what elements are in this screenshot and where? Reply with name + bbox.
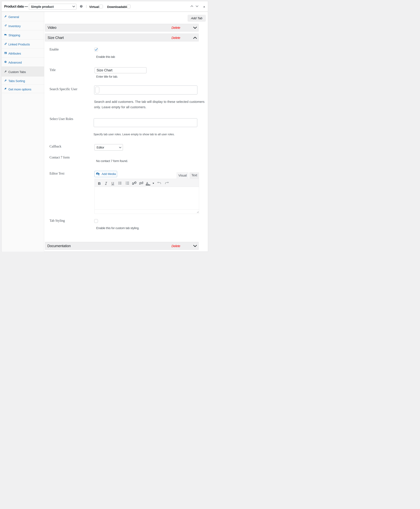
svg-text:3: 3 <box>126 184 126 185</box>
